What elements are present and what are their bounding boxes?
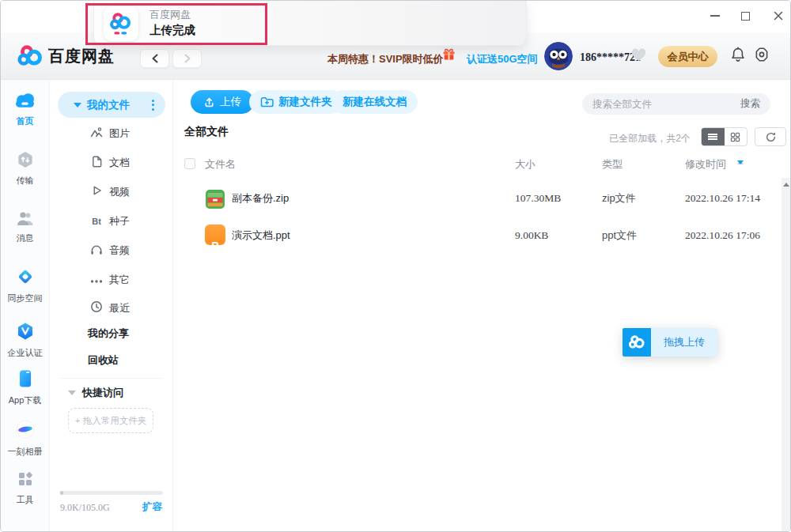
storage-progress-bar: [60, 491, 163, 495]
storage-usage-text: 9.0K/105.0G: [60, 502, 110, 514]
file-row[interactable]: P 演示文档.ppt 9.00KB ppt文件 2022.10.26 17:06: [174, 217, 779, 254]
rail-item-photo-album[interactable]: 一刻相册: [1, 419, 49, 458]
minimize-icon: [710, 15, 720, 17]
sidenav: 我的文件 图片 文档 视频 Bt 种子: [50, 80, 173, 531]
upload-button[interactable]: 上传: [191, 90, 254, 114]
baidu-netdisk-logo: [17, 43, 44, 70]
minimize-button[interactable]: [709, 9, 721, 22]
file-modified: 2022.10.26 17:14: [685, 179, 760, 217]
app-window: 百度网盘 上传完成 百度网盘 本周特惠！SVIP限时低价 认证送50G空间: [0, 0, 791, 532]
category-label: 其它: [109, 273, 130, 287]
rail-item-sync-space[interactable]: 同步空间: [1, 267, 49, 304]
file-modified: 2022.10.26 17:06: [685, 217, 760, 254]
close-button[interactable]: [772, 9, 785, 22]
rail-label: 消息: [1, 232, 49, 244]
drag-upload-logo-tile: [623, 328, 651, 357]
gift-icon[interactable]: [442, 47, 456, 61]
my-files-label: 我的文件: [87, 98, 130, 112]
rail-item-messages[interactable]: 消息: [1, 210, 49, 244]
new-folder-icon: [260, 96, 274, 108]
file-row[interactable]: 副本备份.zip 107.30MB zip文件 2022.10.26 17:14: [174, 179, 779, 217]
settings-gear-icon[interactable]: [754, 47, 770, 62]
rail-item-transfer[interactable]: 传输: [1, 151, 49, 187]
sidenav-item-recycle-bin[interactable]: 回收站: [88, 353, 119, 368]
sidenav-item-my-shares[interactable]: 我的分享: [88, 326, 129, 341]
page-title: 全部文件: [184, 125, 229, 139]
column-name[interactable]: 文件名: [205, 157, 236, 172]
grid-view-icon: [730, 132, 740, 142]
refresh-button[interactable]: [755, 127, 786, 146]
sidenav-item-torrents[interactable]: Bt 种子: [50, 211, 172, 232]
column-size[interactable]: 大小: [515, 157, 536, 172]
sidenav-item-my-files[interactable]: 我的文件: [58, 92, 165, 118]
search-input[interactable]: [592, 99, 740, 110]
drag-upload-widget[interactable]: 拖拽上传: [623, 328, 717, 357]
category-label: 文档: [109, 156, 130, 170]
maximize-button[interactable]: [739, 9, 751, 22]
chevron-left-icon: [151, 54, 159, 63]
select-all-checkbox[interactable]: [184, 158, 195, 169]
rail-item-enterprise[interactable]: 企业认证: [1, 322, 49, 359]
search-box[interactable]: 搜索: [582, 93, 770, 115]
heart-badge-icon[interactable]: [631, 48, 646, 62]
rail-item-tools[interactable]: 工具: [1, 470, 49, 506]
rail-label: 工具: [1, 494, 49, 506]
notification-bell-icon[interactable]: [730, 47, 746, 63]
torrent-bt-icon: Bt: [89, 217, 104, 226]
file-type: zip文件: [602, 179, 636, 217]
left-rail: 首页 传输 消息 同步空间: [1, 80, 50, 531]
sync-space-icon: [16, 267, 35, 286]
drop-folder-zone[interactable]: + 拖入常用文件夹: [68, 408, 153, 433]
grid-view-button[interactable]: [725, 128, 747, 145]
expand-storage-link[interactable]: 扩容: [142, 500, 162, 514]
category-label: 音频: [109, 243, 130, 258]
vertical-scrollbar[interactable]: [782, 178, 791, 531]
collapse-triangle-icon: [74, 103, 81, 108]
rail-item-home[interactable]: 首页: [1, 92, 49, 127]
recent-clock-icon: [89, 300, 104, 316]
main-content: 上传 新建文件夹 新建在线文档 搜索 全部文件 已全部加载，共2个 文件名: [174, 80, 790, 531]
scroll-up-arrow-icon: [783, 183, 789, 187]
back-button[interactable]: [140, 49, 169, 68]
sidenav-item-videos[interactable]: 视频: [50, 182, 172, 202]
sidenav-item-quick-access[interactable]: 快捷访问: [50, 383, 172, 403]
column-type[interactable]: 类型: [602, 157, 623, 172]
forward-button[interactable]: [172, 49, 202, 68]
search-submit[interactable]: 搜索: [740, 97, 760, 111]
chevron-right-icon: [184, 54, 191, 63]
sidenav-item-pictures[interactable]: 图片: [50, 123, 172, 144]
rail-label: 一刻相册: [1, 446, 49, 458]
tools-grid-icon: [17, 470, 34, 488]
sidenav-item-other[interactable]: 其它: [50, 270, 172, 290]
category-label: 种子: [109, 214, 130, 228]
app-title: 百度网盘: [48, 46, 115, 67]
promo-banner[interactable]: 本周特惠！SVIP限时低价: [327, 52, 444, 66]
list-view-button[interactable]: [702, 128, 725, 145]
column-modified[interactable]: 修改时间: [685, 157, 726, 172]
list-view-icon: [708, 133, 717, 141]
rail-item-app-download[interactable]: App下载: [1, 369, 49, 406]
photo-album-lens-icon: [15, 419, 36, 440]
new-folder-button[interactable]: 新建文件夹: [249, 90, 343, 114]
new-online-doc-button[interactable]: 新建在线文档: [331, 90, 418, 114]
annotation-highlight-box: [85, 3, 267, 45]
file-type: ppt文件: [602, 217, 637, 254]
maximize-icon: [741, 12, 750, 21]
transfer-icon: [17, 151, 34, 168]
rail-label: 企业认证: [1, 347, 49, 359]
ppt-letter: P: [205, 228, 225, 265]
user-avatar[interactable]: [544, 42, 573, 70]
sidenav-item-recent[interactable]: 最近: [50, 298, 172, 319]
category-label: 视频: [109, 185, 130, 199]
file-name: 副本备份.zip: [232, 179, 289, 217]
refresh-icon: [765, 131, 777, 143]
enterprise-cert-icon: [16, 322, 35, 341]
kebab-menu-icon[interactable]: [152, 100, 154, 111]
sidenav-item-audio[interactable]: 音频: [50, 240, 172, 261]
sidenav-item-documents[interactable]: 文档: [50, 153, 172, 173]
drag-upload-label: 拖拽上传: [651, 328, 717, 357]
vip-center-button[interactable]: 会员中心: [658, 46, 717, 67]
certification-link[interactable]: 认证送50G空间: [467, 52, 538, 66]
videos-icon: [89, 184, 104, 200]
file-table-header: 文件名 大小 类型 修改时间: [174, 154, 779, 175]
